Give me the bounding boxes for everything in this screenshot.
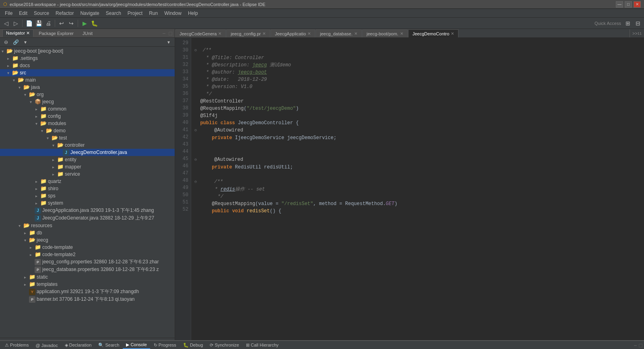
tab-javadoc[interactable]: @ Javadoc — [33, 342, 61, 349]
tree-item[interactable]: ▾📂src — [0, 69, 175, 76]
tree-item[interactable]: ▸📁static — [0, 273, 175, 281]
tab-synchronize[interactable]: ⟳ Synchronize — [206, 342, 242, 349]
tab-problems[interactable]: ⚠ Problems — [2, 342, 32, 349]
tab-search[interactable]: 🔍 Search — [95, 342, 122, 349]
tree-item[interactable]: ▾📂jeecg — [0, 236, 175, 244]
maximize-button[interactable]: □ — [625, 1, 632, 8]
close-button[interactable]: ✕ — [634, 1, 641, 8]
tree-item[interactable]: ▾📂main — [0, 76, 175, 84]
menu-item-file[interactable]: File — [2, 10, 16, 17]
tab-console[interactable]: ▶ Console — [123, 341, 150, 349]
tree-item[interactable]: Pbanner.txt 37706 18-12-24 下午8:13 qi.tao… — [0, 296, 175, 303]
nav-menu-button[interactable]: ▾ — [164, 38, 173, 47]
menu-item-project[interactable]: Project — [124, 10, 146, 17]
tree-item[interactable]: ▸📁mapper — [0, 163, 175, 170]
tab-call-hierarchy[interactable]: ⊞ Call Hierarchy — [243, 342, 282, 349]
close-icon[interactable]: ✕ — [218, 31, 221, 36]
tab-jeecg-database[interactable]: jeecg_database. ✕ — [316, 29, 362, 37]
menu-item-help[interactable]: Help — [185, 10, 201, 17]
tree-item[interactable]: ▸📁shiro — [0, 185, 175, 192]
nav-bottom-scrollbar[interactable] — [0, 338, 175, 340]
tree-item[interactable]: JJeecgCodeGenerator.java 32882 18-12-29 … — [0, 214, 175, 222]
tree-item[interactable]: Yapplication.yml 32921 19-1-3 下午7:09 zha… — [0, 288, 175, 296]
bottom-tabs: ⚠ Problems @ Javadoc ◈ Declaration 🔍 Sea… — [0, 341, 644, 349]
tree-item[interactable]: ▾📂java — [0, 84, 175, 91]
code-line: private IjeecgDemoService jeecgDemoServi… — [194, 134, 641, 142]
view-button[interactable]: ⊟ — [634, 19, 642, 28]
tree-item[interactable]: ▸📁code-template2 — [0, 251, 175, 258]
tree-item[interactable]: ▸📁code-template — [0, 244, 175, 251]
close-icon[interactable]: ✕ — [354, 31, 357, 36]
code-line: * @version: V1.0 — [194, 83, 641, 90]
tree-item[interactable]: ▾📂test — [0, 134, 175, 142]
redo-button[interactable]: ↪ — [67, 19, 76, 28]
tab-jeecg-applicatio[interactable]: JeecgApplicatio ✕ — [270, 29, 315, 37]
tab-debug[interactable]: 🐛 Debug — [180, 342, 206, 349]
tree-file-icon: 📁 — [40, 106, 47, 112]
debug-button[interactable]: 🐛 — [90, 19, 99, 28]
tab-jeecg-boot-pom[interactable]: jeecg-boot/pom. ✕ — [362, 29, 408, 37]
tree-item[interactable]: ▸📁common — [0, 105, 175, 113]
tab-navigator[interactable]: Navigator ✕ — [2, 29, 33, 37]
menu-item-edit[interactable]: Edit — [16, 10, 31, 17]
editor-tabs-overflow-button[interactable]: >> 11 — [630, 29, 644, 37]
tree-item[interactable]: ▸📁templates — [0, 281, 175, 288]
tab-jeecg-code-genera[interactable]: JeecgCodeGenera ✕ — [175, 29, 226, 37]
bottom-maximize-button[interactable]: □ — [639, 342, 642, 349]
menu-item-source[interactable]: Source — [31, 10, 52, 17]
tree-item[interactable]: ▸📁system — [0, 199, 175, 207]
close-icon[interactable]: ✕ — [308, 31, 311, 36]
link-editor-button[interactable]: 🔗 — [11, 38, 20, 47]
tree-item[interactable]: ▾📂jeecg-boot [jeecg-boot] — [0, 47, 175, 55]
close-icon[interactable]: ✕ — [451, 31, 454, 36]
tree-item[interactable]: JJeecgDemoController.java — [0, 149, 175, 156]
tree-file-icon: 📂 — [46, 127, 52, 134]
tree-item[interactable]: ▸📁service — [0, 170, 175, 178]
forward-button[interactable]: ▷ — [11, 19, 20, 28]
back-button[interactable]: ◁ — [2, 19, 10, 28]
menu-item-refactor[interactable]: Refactor — [52, 10, 77, 17]
minimize-button[interactable]: — — [616, 1, 623, 8]
bottom-minimize-button[interactable]: − — [634, 342, 637, 349]
undo-button[interactable]: ↩ — [57, 19, 66, 28]
tab-jeecg-demo-controller[interactable]: JeecgDemoContro ✕ — [408, 29, 459, 37]
new-button[interactable]: 📄 — [25, 19, 33, 28]
tree-item[interactable]: ▸📁config — [0, 113, 175, 120]
run-button[interactable]: ▶ — [80, 19, 89, 28]
tree-item[interactable]: ▾📂demo — [0, 127, 175, 134]
close-icon[interactable]: ✕ — [400, 31, 403, 36]
close-icon[interactable]: ✕ — [262, 31, 266, 36]
tab-package-explorer[interactable]: Package Explorer — [35, 30, 77, 37]
line-number: 51 — [175, 199, 188, 206]
tree-item[interactable]: ▸📁quartz — [0, 178, 175, 185]
tree-item[interactable]: ▸📁docs — [0, 62, 175, 69]
menu-item-window[interactable]: Window — [161, 10, 185, 17]
save-button[interactable]: 💾 — [34, 19, 43, 28]
tab-jeecg-config-pr[interactable]: jeecg_config.pr ✕ — [226, 29, 270, 37]
tree-item[interactable]: ▸📁.settings — [0, 55, 175, 62]
perspective-button[interactable]: ⊞ — [623, 19, 632, 28]
print-button[interactable]: 🖨 — [44, 19, 53, 28]
code-content[interactable]: ⊖ /** * @Title: Controller * @Descriptio… — [191, 38, 644, 340]
tree-item[interactable]: ▾📂resources — [0, 222, 175, 229]
tab-progress[interactable]: ↻ Progress — [151, 342, 180, 349]
tree-item[interactable]: Pjeecg_config.properties 32860 18-12-28 … — [0, 258, 175, 266]
tree-item[interactable]: JJeecgApplication.java 32903 19-1-3 下午1:… — [0, 207, 175, 214]
tree-item[interactable]: ▾📂controller — [0, 142, 175, 149]
collapse-all-button[interactable]: ⊖ — [2, 38, 10, 47]
tab-declaration[interactable]: ◈ Declaration — [62, 342, 95, 349]
tree-item[interactable]: ▾📦jeecg — [0, 98, 175, 105]
tree-item[interactable]: Pjeecg_database.properties 32860 18-12-2… — [0, 266, 175, 273]
nav-maximize-button[interactable]: □ — [169, 30, 172, 37]
tree-item[interactable]: ▸📁sps — [0, 192, 175, 199]
nav-minimize-button[interactable]: − — [162, 30, 165, 37]
menu-item-navigate[interactable]: Navigate — [77, 10, 102, 17]
tree-item[interactable]: ▾📂org — [0, 91, 175, 98]
nav-filter-button[interactable]: ▾ — [21, 38, 30, 47]
tree-item[interactable]: ▾📂modules — [0, 120, 175, 127]
tab-junit[interactable]: JUnit — [79, 30, 96, 37]
menu-item-search[interactable]: Search — [103, 10, 124, 17]
tree-item[interactable]: ▸📁entity — [0, 156, 175, 163]
menu-item-run[interactable]: Run — [146, 10, 161, 17]
tree-item[interactable]: ▸📁db — [0, 229, 175, 236]
